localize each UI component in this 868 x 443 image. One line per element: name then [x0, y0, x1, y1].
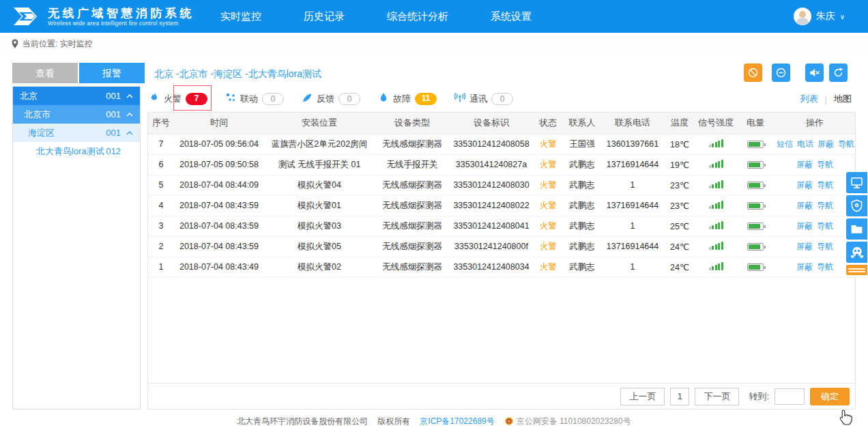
- icp-link[interactable]: 京ICP备17022689号: [420, 416, 494, 427]
- signal-strength-icon: [709, 220, 723, 229]
- cell-location: 模拟火警03: [264, 216, 375, 236]
- cell-actions: 短信电话屏蔽导航: [775, 134, 855, 154]
- action-link-屏蔽[interactable]: 屏蔽: [796, 180, 813, 190]
- security-record: 京公网安备 11010802023280号: [517, 416, 631, 427]
- cell-contact: 武鹏志: [563, 236, 601, 257]
- cell-phone: 13716914644: [601, 154, 664, 175]
- filter-chip-label: 火警: [164, 93, 182, 105]
- prohibit-button[interactable]: [744, 63, 762, 82]
- table-row: 62018-07-05 09:50:58测试 无线手报开关 01无线手报开关33…: [148, 154, 855, 175]
- action-link-屏蔽[interactable]: 屏蔽: [796, 221, 813, 231]
- tree-node-北大青鸟lora测试[interactable]: 北大青鸟lora测试012: [13, 142, 140, 160]
- column-header-操作: 操作: [775, 113, 855, 134]
- page-number[interactable]: 1: [670, 388, 689, 405]
- cell-seq: 3: [148, 216, 174, 236]
- view-list-link[interactable]: 列表: [800, 93, 818, 105]
- cell-time: 2018-07-04 08:43:59: [174, 236, 264, 257]
- footer-company: 北大青鸟环宇消防设备股份有限公司: [237, 416, 368, 427]
- feedback-icon: [302, 92, 313, 106]
- dock-mini-tag[interactable]: [846, 265, 867, 275]
- cell-type: 无线感烟探测器: [375, 134, 450, 154]
- action-link-屏蔽[interactable]: 屏蔽: [818, 139, 834, 149]
- confirm-button[interactable]: 确定: [810, 388, 850, 405]
- cell-time: 2018-07-05 09:50:58: [174, 154, 264, 175]
- filter-chip-反馈[interactable]: 反馈0: [302, 92, 360, 106]
- filter-chip-火警[interactable]: 火警7: [149, 92, 207, 106]
- battery-icon: [747, 243, 764, 251]
- action-link-导航[interactable]: 导航: [817, 160, 833, 169]
- region-path: 北京 -北京市 -海淀区 -北大青鸟lora测试: [154, 64, 321, 83]
- action-link-导航[interactable]: 导航: [817, 242, 833, 251]
- cell-status: 火警: [533, 175, 563, 195]
- circle-minus-button[interactable]: [772, 63, 790, 82]
- cell-phone: 1: [601, 216, 664, 236]
- signal-strength-icon: [709, 200, 723, 209]
- filter-chip-通讯[interactable]: 通讯0: [454, 92, 513, 106]
- goto-page-input[interactable]: [775, 388, 805, 405]
- top-bar: 无线广域智慧消防系统 Wireless wide area intelligen…: [0, 0, 868, 33]
- table-row: 22018-07-04 08:43:59模拟火警05无线感烟探测器3353012…: [148, 236, 855, 257]
- filter-chip-故障[interactable]: 故障11: [378, 92, 437, 106]
- gas-mask-dock-button[interactable]: [846, 242, 867, 263]
- nav-item-2[interactable]: 历史记录: [304, 10, 345, 23]
- mute-button[interactable]: [805, 63, 824, 82]
- view-map-link[interactable]: 地图: [834, 93, 852, 105]
- column-header-设备类型: 设备类型: [375, 113, 450, 134]
- tree-node-北京[interactable]: 北京001: [13, 87, 140, 105]
- refresh-button[interactable]: [829, 63, 848, 82]
- cell-battery: [736, 257, 775, 277]
- action-link-屏蔽[interactable]: 屏蔽: [796, 201, 813, 210]
- nav-item-1[interactable]: 实时监控: [220, 10, 261, 23]
- tree-node-海淀区[interactable]: 海淀区001: [13, 124, 140, 142]
- cell-status: 火警: [533, 134, 563, 154]
- filter-chip-联动[interactable]: 联动0: [225, 92, 284, 106]
- action-link-导航[interactable]: 导航: [838, 139, 854, 149]
- cell-actions: 屏蔽导航: [775, 154, 855, 175]
- cell-temperature: 18℃: [664, 134, 695, 154]
- action-link-屏蔽[interactable]: 屏蔽: [796, 262, 813, 272]
- action-link-导航[interactable]: 导航: [817, 262, 833, 272]
- column-header-温度: 温度: [664, 113, 695, 134]
- action-link-电话[interactable]: 电话: [797, 139, 813, 149]
- shield-dock-button[interactable]: [846, 195, 867, 216]
- view-toggle-separator: |: [825, 94, 827, 104]
- tree-node-count: 012: [106, 146, 121, 156]
- next-page-button[interactable]: 下一页: [695, 388, 739, 405]
- circle-minus-icon: [775, 67, 787, 78]
- cell-battery: [736, 236, 775, 257]
- tree-node-北京市[interactable]: 北京市001: [13, 105, 140, 124]
- gas-mask-icon: [850, 246, 864, 259]
- cell-device-id: 3353012412408034: [450, 257, 533, 277]
- filter-chip-label: 故障: [393, 93, 411, 105]
- user-menu[interactable]: 朱庆 ∨: [794, 8, 845, 25]
- cell-contact: 武鹏志: [563, 175, 601, 195]
- cell-temperature: 19℃: [664, 154, 695, 175]
- cell-signal: [695, 175, 736, 195]
- prev-page-button[interactable]: 上一页: [620, 388, 665, 405]
- nav-item-4[interactable]: 系统设置: [491, 10, 532, 23]
- column-header-联系人: 联系人: [563, 113, 601, 134]
- signal-strength-icon: [709, 180, 723, 188]
- action-link-导航[interactable]: 导航: [817, 201, 833, 210]
- cell-device-id: 335301241240800f: [450, 236, 533, 257]
- action-link-屏蔽[interactable]: 屏蔽: [796, 242, 813, 251]
- cell-battery: [736, 154, 775, 175]
- action-link-导航[interactable]: 导航: [817, 221, 833, 231]
- nav-item-3[interactable]: 综合统计分析: [387, 10, 448, 23]
- action-link-导航[interactable]: 导航: [817, 180, 833, 190]
- comm-icon: [454, 92, 465, 106]
- action-link-短信[interactable]: 短信: [777, 139, 793, 149]
- monitor-dock-button[interactable]: [846, 172, 867, 193]
- tab-alarm[interactable]: 报警: [79, 63, 145, 83]
- chevron-down-icon: ∨: [840, 13, 845, 20]
- cell-phone: 1: [601, 257, 664, 277]
- battery-icon: [747, 223, 764, 230]
- view-toggle: 列表|地图: [800, 93, 852, 105]
- action-link-屏蔽[interactable]: 屏蔽: [796, 160, 813, 169]
- cell-location: 测试 无线手报开关 01: [264, 154, 375, 175]
- folder-dock-button[interactable]: [846, 218, 867, 240]
- chevron-up-icon: [126, 94, 134, 98]
- column-header-时间: 时间: [174, 113, 264, 134]
- tab-view[interactable]: 查看: [12, 63, 78, 83]
- cell-type: 无线感烟探测器: [375, 175, 450, 195]
